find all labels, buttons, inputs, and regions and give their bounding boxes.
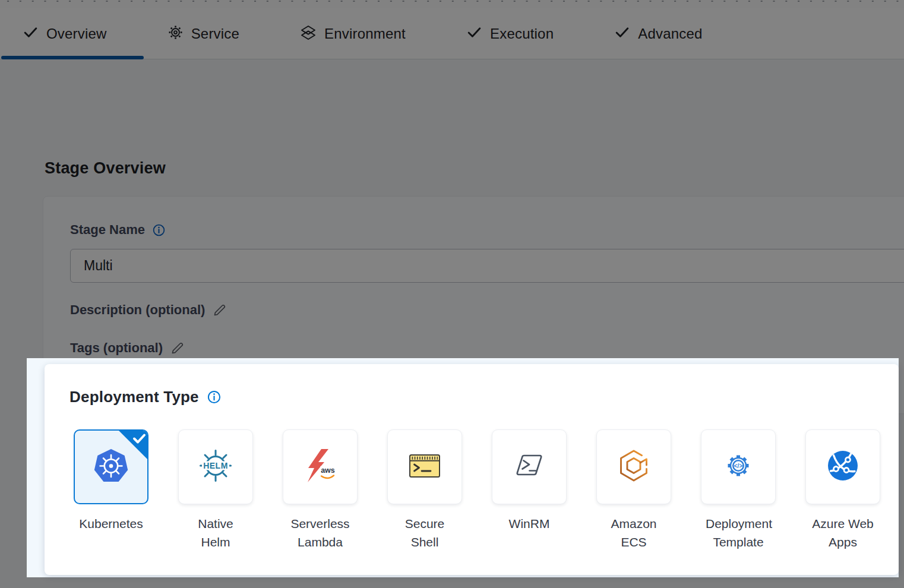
tile-label: Kubernetes — [78, 514, 144, 533]
azure-web-apps-tile[interactable] — [805, 429, 880, 504]
svg-text:HELM: HELM — [203, 461, 228, 470]
info-icon[interactable] — [207, 390, 222, 404]
powershell-icon — [510, 447, 548, 487]
tile-label: Azure Web Apps — [810, 514, 875, 551]
deployment-option-native-helm: HELM Native Helm — [178, 429, 253, 551]
deployment-option-deployment-template: </> Deployment Template — [701, 429, 776, 551]
deployment-option-secure-shell: Secure Shell — [387, 429, 462, 551]
deployment-option-winrm: WinRM — [492, 429, 567, 551]
secure-shell-tile[interactable] — [387, 429, 462, 504]
deployment-template-tile[interactable]: </> — [701, 429, 776, 504]
terminal-icon — [406, 447, 444, 487]
serverless-lambda-tile[interactable]: aws — [283, 429, 358, 504]
deployment-type-card: Deployment Type — [45, 364, 899, 575]
deployment-option-serverless-lambda: aws Serverless Lambda — [283, 429, 358, 551]
gear-code-icon: </> — [719, 447, 757, 487]
tile-label: Amazon ECS — [601, 514, 666, 551]
deployment-option-amazon-ecs: Amazon ECS — [596, 429, 671, 551]
winrm-tile[interactable] — [492, 429, 567, 504]
tile-label: Native Helm — [183, 514, 248, 551]
aws-lambda-icon: aws — [301, 447, 339, 487]
kubernetes-tile[interactable] — [74, 429, 148, 504]
deployment-type-tiles: Kubernetes — [74, 429, 880, 551]
tile-label: Secure Shell — [392, 514, 457, 551]
azure-globe-icon — [824, 447, 862, 487]
tile-label: WinRM — [497, 514, 562, 533]
selected-check-fold — [118, 430, 148, 460]
deployment-type-spotlight: Deployment Type — [27, 358, 899, 577]
tile-label: Deployment Template — [706, 514, 771, 551]
deployment-option-azure-web-apps: Azure Web Apps — [805, 429, 880, 551]
stage-config-screen: Overview Service — [0, 0, 904, 588]
tile-label: Serverless Lambda — [287, 514, 353, 551]
svg-text:aws: aws — [321, 466, 335, 475]
amazon-ecs-icon — [615, 447, 653, 487]
amazon-ecs-tile[interactable] — [596, 429, 671, 504]
svg-text:</>: </> — [734, 463, 743, 469]
deployment-type-title: Deployment Type — [69, 388, 199, 406]
native-helm-tile[interactable]: HELM — [178, 429, 253, 504]
deployment-type-heading-row: Deployment Type — [69, 388, 222, 406]
helm-icon: HELM — [197, 447, 235, 487]
deployment-option-kubernetes: Kubernetes — [74, 429, 148, 551]
